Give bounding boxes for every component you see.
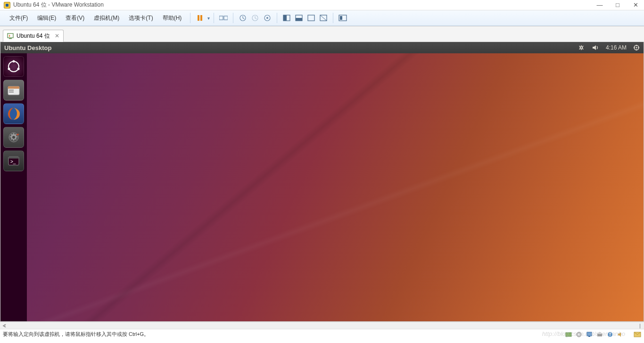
maximize-button[interactable]: □ — [613, 1, 622, 8]
window-title: Ubuntu 64 位 - VMware Workstation — [13, 1, 104, 9]
snapshot-manager-icon — [264, 14, 271, 22]
close-button[interactable]: ✕ — [631, 1, 640, 8]
printer-status-icon[interactable] — [596, 331, 603, 338]
ubuntu-top-panel: Ubuntu Desktop 4:16 AM — [0, 42, 644, 53]
svg-point-26 — [13, 60, 15, 63]
ubuntu-desktop: >_ — [0, 53, 644, 321]
desktop-wallpaper[interactable] — [27, 53, 644, 321]
svg-point-7 — [266, 17, 268, 19]
stretch-button[interactable] — [318, 12, 329, 24]
scroll-right-icon[interactable]: ∣ — [636, 323, 643, 328]
message-status-icon[interactable] — [634, 331, 641, 338]
svg-rect-45 — [598, 332, 601, 334]
window-controls: — □ ✕ — [595, 1, 640, 8]
session-indicator-icon[interactable] — [633, 44, 640, 51]
toolbar-separator — [333, 13, 333, 23]
statusbar-hint: 要将输入定向到该虚拟机，请将鼠标指针移入其中或按 Ctrl+G。 — [3, 331, 149, 338]
window-titlebar: Ubuntu 64 位 - VMware Workstation — □ ✕ — [0, 0, 644, 10]
svg-point-41 — [578, 334, 580, 335]
menu-file[interactable]: 文件(F) — [5, 12, 33, 24]
svg-point-35 — [12, 136, 15, 139]
firefox-launcher-icon[interactable] — [3, 103, 24, 124]
vm-tab-label: Ubuntu 64 位 — [17, 32, 50, 40]
snapshot-button[interactable] — [237, 12, 248, 24]
library-icon — [339, 14, 347, 22]
send-cad-button[interactable] — [218, 12, 229, 24]
tab-close-icon[interactable]: ✕ — [55, 33, 59, 39]
menu-view[interactable]: 查看(V) — [61, 12, 89, 24]
status-separator — [627, 331, 631, 338]
network-status-icon[interactable] — [586, 331, 593, 338]
cd-status-icon[interactable] — [575, 331, 583, 338]
svg-point-20 — [636, 47, 637, 49]
vm-tab[interactable]: Ubuntu 64 位 ✕ — [3, 30, 64, 42]
console-icon — [307, 15, 315, 21]
ubuntu-panel-title: Ubuntu Desktop — [4, 44, 51, 51]
snapshot-icon — [239, 14, 247, 22]
toolbar-separator — [214, 13, 214, 23]
dash-launcher-icon[interactable] — [3, 56, 24, 77]
toolbar-separator — [277, 13, 277, 23]
svg-rect-9 — [283, 15, 287, 21]
svg-rect-31 — [9, 90, 14, 91]
vmware-statusbar: 要将输入定向到该虚拟机，请将鼠标指针移入其中或按 Ctrl+G。 — [0, 329, 644, 339]
pause-dropdown-icon[interactable]: ▾ — [207, 16, 210, 21]
terminal-launcher-icon[interactable]: >_ — [3, 151, 24, 171]
menu-vm[interactable]: 虚拟机(M) — [89, 12, 124, 24]
manage-snapshots-button[interactable] — [262, 12, 273, 24]
menu-edit[interactable]: 编辑(E) — [33, 12, 61, 24]
console-view-button[interactable] — [305, 12, 317, 24]
svg-rect-16 — [340, 16, 342, 20]
menu-help[interactable]: 帮助(H) — [158, 12, 187, 24]
svg-rect-18 — [9, 38, 12, 39]
minimize-button[interactable]: — — [595, 1, 604, 8]
svg-rect-30 — [8, 86, 19, 89]
svg-rect-37 — [8, 157, 19, 159]
svg-rect-43 — [588, 336, 590, 337]
svg-line-14 — [320, 15, 327, 21]
revert-icon — [251, 14, 259, 22]
guest-display[interactable]: Ubuntu Desktop 4:16 AM — [0, 42, 644, 322]
ubuntu-indicators: 4:16 AM — [578, 44, 640, 51]
tab-bar: Ubuntu 64 位 ✕ — [0, 26, 644, 42]
usb-status-icon[interactable] — [606, 331, 614, 338]
menubar: 文件(F) 编辑(E) 查看(V) 虚拟机(M) 选项卡(T) 帮助(H) — [5, 12, 186, 24]
toolbar-separator — [233, 13, 233, 23]
svg-rect-12 — [308, 15, 314, 21]
unity-icon — [295, 15, 303, 21]
svg-rect-2 — [219, 16, 223, 20]
svg-rect-11 — [296, 18, 302, 21]
settings-launcher-icon[interactable] — [3, 127, 24, 148]
sound-status-icon[interactable] — [617, 331, 624, 338]
svg-rect-32 — [9, 92, 14, 92]
keyboard-icon — [219, 15, 228, 21]
svg-point-25 — [8, 61, 19, 72]
toolbar-separator — [190, 13, 190, 23]
sound-indicator-icon[interactable] — [592, 44, 599, 51]
horizontal-scrollbar[interactable]: ∢ ∣ — [0, 322, 644, 329]
scroll-left-icon[interactable]: ∢ — [1, 323, 8, 328]
svg-rect-3 — [224, 16, 228, 20]
library-button[interactable] — [337, 12, 348, 24]
menu-toolbar-row: 文件(F) 编辑(E) 查看(V) 虚拟机(M) 选项卡(T) 帮助(H) ▾ — [0, 10, 644, 26]
hdd-status-icon[interactable] — [565, 331, 572, 338]
unity-launcher: >_ — [0, 53, 27, 321]
unity-button[interactable] — [293, 12, 305, 24]
svg-rect-17 — [8, 33, 13, 38]
network-indicator-icon[interactable] — [578, 44, 585, 51]
clock-indicator[interactable]: 4:16 AM — [606, 44, 627, 51]
svg-text:>_: >_ — [10, 159, 16, 164]
pause-button[interactable] — [194, 12, 206, 24]
stretch-icon — [320, 15, 327, 21]
pause-icon — [197, 15, 203, 21]
vmware-app-icon — [4, 2, 10, 8]
svg-rect-0 — [198, 15, 199, 21]
files-launcher-icon[interactable] — [3, 80, 24, 100]
revert-snapshot-button[interactable] — [249, 12, 261, 24]
fullscreen-button[interactable] — [281, 12, 292, 24]
svg-point-28 — [17, 68, 20, 70]
svg-point-27 — [8, 68, 10, 70]
menu-tabs[interactable]: 选项卡(T) — [124, 12, 157, 24]
svg-rect-42 — [587, 332, 592, 336]
fullscreen-icon — [283, 15, 290, 21]
